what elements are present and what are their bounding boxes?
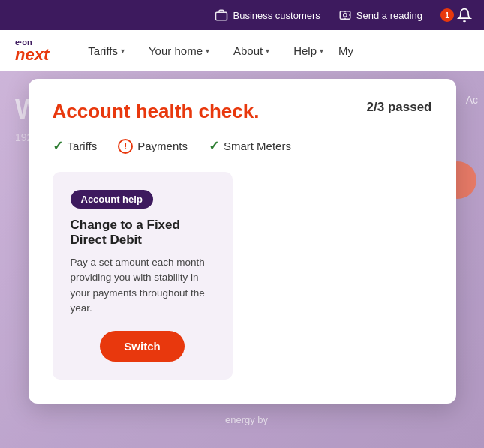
modal-card: Account health check. 2/3 passed ✓ Tarif…	[29, 79, 456, 404]
nav-your-home[interactable]: Your home ▾	[140, 38, 218, 63]
svg-rect-0	[216, 12, 227, 20]
check-warn-icon: !	[118, 139, 133, 154]
nav-about[interactable]: About ▾	[224, 38, 278, 63]
chevron-down-icon: ▾	[206, 47, 209, 55]
business-customers-label: Business customers	[233, 10, 320, 21]
nav-tariffs[interactable]: Tariffs ▾	[79, 38, 134, 63]
bell-icon	[457, 8, 472, 23]
logo-next: next	[15, 47, 49, 63]
check-tariffs-label: Tariffs	[68, 140, 98, 152]
check-pass-icon: ✓	[53, 138, 63, 154]
send-reading-label: Send a reading	[356, 10, 422, 21]
switch-button[interactable]: Switch	[100, 331, 184, 362]
nav-help[interactable]: Help ▾	[284, 38, 332, 63]
top-nav: Business customers Send a reading 1	[0, 0, 484, 30]
info-card-title: Change to a Fixed Direct Debit	[71, 218, 215, 248]
meter-icon	[338, 8, 352, 22]
info-card: Account help Change to a Fixed Direct De…	[53, 172, 233, 380]
send-reading-link[interactable]: Send a reading	[338, 8, 422, 22]
background-content: Wo 192 G Ac energy by Account health che…	[0, 71, 484, 448]
info-card-body: Pay a set amount each month providing yo…	[71, 255, 215, 316]
check-payments-label: Payments	[137, 140, 188, 152]
svg-rect-1	[340, 11, 350, 20]
svg-point-2	[344, 14, 347, 17]
check-smart-meters: ✓ Smart Meters	[209, 138, 291, 154]
passed-badge: 2/3 passed	[367, 100, 432, 115]
notification-area[interactable]: 1	[440, 8, 472, 23]
check-smart-meters-label: Smart Meters	[224, 140, 291, 152]
notification-badge: 1	[440, 8, 454, 22]
check-payments: ! Payments	[118, 139, 188, 154]
check-items-row: ✓ Tariffs ! Payments ✓ Smart Meters	[53, 138, 432, 154]
account-help-badge: Account help	[71, 190, 153, 209]
modal-header: Account health check. 2/3 passed	[53, 100, 432, 123]
nav-my[interactable]: My	[338, 44, 353, 57]
logo[interactable]: e·on next	[15, 38, 49, 63]
chevron-down-icon: ▾	[266, 47, 269, 55]
briefcase-icon	[215, 8, 228, 22]
nav-items: Tariffs ▾ Your home ▾ About ▾ Help ▾ My	[79, 38, 469, 63]
modal-overlay: Account health check. 2/3 passed ✓ Tarif…	[0, 71, 484, 448]
modal-title: Account health check.	[53, 100, 260, 123]
chevron-down-icon: ▾	[320, 47, 323, 55]
main-nav: e·on next Tariffs ▾ Your home ▾ About ▾ …	[0, 30, 484, 71]
chevron-down-icon: ▾	[121, 47, 125, 55]
check-pass-icon-2: ✓	[209, 138, 219, 154]
check-tariffs: ✓ Tariffs	[53, 138, 98, 154]
business-customers-link[interactable]: Business customers	[215, 8, 320, 22]
